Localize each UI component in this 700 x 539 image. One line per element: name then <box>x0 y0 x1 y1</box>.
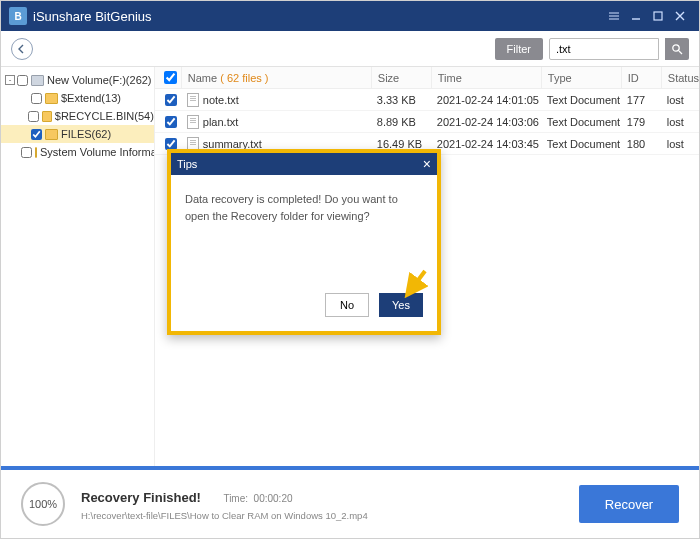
collapse-icon[interactable]: - <box>5 75 15 85</box>
sidebar-checkbox[interactable] <box>21 147 32 158</box>
col-type[interactable]: Type <box>541 67 621 88</box>
row-checkbox[interactable] <box>165 94 177 106</box>
file-id: 180 <box>621 138 661 150</box>
sidebar-item-label: $RECYCLE.BIN(54) <box>55 110 154 122</box>
grid-header: Name ( 62 files ) Size Time Type ID Stat… <box>155 67 699 89</box>
dialog-title: Tips <box>177 158 197 170</box>
footer-path: H:\recover\text-file\FILES\How to Clear … <box>81 510 563 521</box>
row-checkbox[interactable] <box>165 138 177 150</box>
file-size: 16.49 KB <box>371 138 431 150</box>
file-type: Text Document <box>541 138 621 150</box>
file-id: 177 <box>621 94 661 106</box>
sidebar-checkbox[interactable] <box>28 111 39 122</box>
dialog-no-button[interactable]: No <box>325 293 369 317</box>
file-size: 8.89 KB <box>371 116 431 128</box>
toolbar: Filter <box>1 31 699 67</box>
sidebar-checkbox[interactable] <box>31 93 42 104</box>
filter-button[interactable]: Filter <box>495 38 543 60</box>
recover-button[interactable]: Recover <box>579 485 679 523</box>
folder-icon <box>45 93 58 104</box>
col-time[interactable]: Time <box>431 67 541 88</box>
dialog-close-icon[interactable]: × <box>423 156 431 172</box>
maximize-icon[interactable] <box>647 5 669 27</box>
sidebar-checkbox[interactable] <box>17 75 28 86</box>
sidebar-item[interactable]: System Volume Information(88) <box>1 143 154 161</box>
minimize-icon[interactable] <box>625 5 647 27</box>
sidebar-item[interactable]: FILES(62) <box>1 125 154 143</box>
svg-rect-0 <box>654 12 662 20</box>
toggle-spacer <box>19 93 29 103</box>
file-type: Text Document <box>541 116 621 128</box>
table-row[interactable]: plan.txt8.89 KB2021-02-24 14:03:06Text D… <box>155 111 699 133</box>
file-status: lost <box>661 116 699 128</box>
footer-time-value: 00:00:20 <box>254 493 293 504</box>
progress-ring: 100% <box>21 482 65 526</box>
file-time: 2021-02-24 14:01:05 <box>431 94 541 106</box>
file-time: 2021-02-24 14:03:06 <box>431 116 541 128</box>
tips-dialog: Tips × Data recovery is completed! Do yo… <box>167 149 441 335</box>
file-name: note.txt <box>203 94 239 106</box>
folder-icon <box>45 129 58 140</box>
search-input[interactable] <box>549 38 659 60</box>
app-logo-icon: B <box>9 7 27 25</box>
footer-heading: Recovery Finished! <box>81 490 201 505</box>
drive-icon <box>31 75 44 86</box>
dialog-yes-button[interactable]: Yes <box>379 293 423 317</box>
sidebar-item-label: System Volume Information(88) <box>40 146 155 158</box>
sidebar-item-label: New Volume(F:)(262) <box>47 74 152 86</box>
file-type: Text Document <box>541 94 621 106</box>
select-all-checkbox[interactable] <box>164 71 177 84</box>
file-id: 179 <box>621 116 661 128</box>
file-name: plan.txt <box>203 116 238 128</box>
svg-point-1 <box>673 44 679 50</box>
title-bar: B iSunshare BitGenius <box>1 1 699 31</box>
file-icon <box>187 115 199 129</box>
file-status: lost <box>661 138 699 150</box>
col-id[interactable]: ID <box>621 67 661 88</box>
file-name: summary.txt <box>203 138 262 150</box>
table-row[interactable]: note.txt3.33 KB2021-02-24 14:01:05Text D… <box>155 89 699 111</box>
file-icon <box>187 93 199 107</box>
sidebar-item-label: FILES(62) <box>61 128 111 140</box>
col-name[interactable]: Name ( 62 files ) <box>181 67 371 88</box>
sidebar-item-label: $Extend(13) <box>61 92 121 104</box>
file-size: 3.33 KB <box>371 94 431 106</box>
progress-percent: 100% <box>29 498 57 510</box>
sidebar-item[interactable]: -New Volume(F:)(262) <box>1 71 154 89</box>
close-icon[interactable] <box>669 5 691 27</box>
col-size[interactable]: Size <box>371 67 431 88</box>
back-button[interactable] <box>11 38 33 60</box>
sidebar-checkbox[interactable] <box>31 129 42 140</box>
col-status[interactable]: Status <box>661 67 699 88</box>
col-name-label: Name <box>188 72 217 84</box>
col-name-count: ( 62 files ) <box>220 72 268 84</box>
file-status: lost <box>661 94 699 106</box>
sidebar-item[interactable]: $Extend(13) <box>1 89 154 107</box>
folder-icon <box>42 111 52 122</box>
dialog-titlebar: Tips × <box>171 153 437 175</box>
sidebar: -New Volume(F:)(262)$Extend(13)$RECYCLE.… <box>1 67 155 466</box>
footer: 100% Recovery Finished! Time: 00:00:20 H… <box>1 466 699 538</box>
toggle-spacer <box>19 129 29 139</box>
app-title: iSunshare BitGenius <box>33 9 603 24</box>
menu-icon[interactable] <box>603 5 625 27</box>
row-checkbox[interactable] <box>165 116 177 128</box>
dialog-message: Data recovery is completed! Do you want … <box>171 175 437 285</box>
toggle-spacer <box>19 111 26 121</box>
search-button[interactable] <box>665 38 689 60</box>
folder-icon <box>35 147 37 158</box>
footer-time-label: Time: <box>223 493 248 504</box>
file-time: 2021-02-24 14:03:45 <box>431 138 541 150</box>
sidebar-item[interactable]: $RECYCLE.BIN(54) <box>1 107 154 125</box>
